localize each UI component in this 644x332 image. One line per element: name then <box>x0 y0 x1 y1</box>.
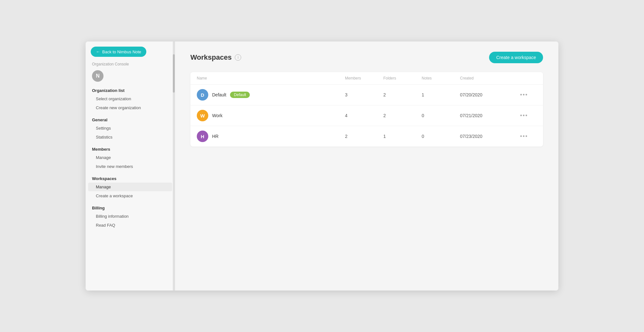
more-options-hr[interactable]: ••• <box>518 132 531 141</box>
folders-count-hr: 1 <box>383 134 422 139</box>
nav-section-general: General Settings Statistics <box>86 115 175 142</box>
main-header: Workspaces i Create a workspace <box>190 52 543 63</box>
sidebar-item-invite-members[interactable]: Invite new members <box>88 162 172 171</box>
actions-default: ••• <box>518 90 537 100</box>
actions-hr: ••• <box>518 132 537 141</box>
info-icon[interactable]: i <box>235 54 241 61</box>
sidebar-item-create-workspace[interactable]: Create a workspace <box>88 192 172 200</box>
sidebar-item-manage-members[interactable]: Manage <box>88 153 172 162</box>
nav-section-billing: Billing Billing information Read FAQ <box>86 203 175 230</box>
more-options-work[interactable]: ••• <box>518 111 531 120</box>
actions-work: ••• <box>518 111 537 120</box>
created-date-hr: 07/23/2020 <box>460 134 518 139</box>
nav-section-title-workspaces: Workspaces <box>86 174 175 182</box>
members-count-default: 3 <box>345 92 383 97</box>
sidebar-item-statistics[interactable]: Statistics <box>88 133 172 141</box>
table-row: H HR 2 1 0 07/23/2020 ••• <box>190 126 543 147</box>
sidebar-item-billing-information[interactable]: Billing information <box>88 212 172 221</box>
back-to-nimbus-button[interactable]: ← Back to Nimbus Note <box>91 47 146 57</box>
notes-count-hr: 0 <box>422 134 460 139</box>
org-console-label: Organization Console <box>86 57 175 69</box>
back-arrow-icon: ← <box>96 49 100 54</box>
workspace-name-cell: W Work <box>197 110 345 121</box>
members-count-work: 4 <box>345 113 383 118</box>
notes-count-default: 1 <box>422 92 460 97</box>
main-content: Workspaces i Create a workspace Name Mem… <box>175 42 558 290</box>
notes-count-work: 0 <box>422 113 460 118</box>
nav-section-title-organization: Organization list <box>86 86 175 94</box>
scrollbar-thumb <box>173 54 175 93</box>
workspace-avatar-hr: H <box>197 131 208 142</box>
col-header-folders: Folders <box>383 76 422 80</box>
workspace-avatar-default: D <box>197 89 208 101</box>
page-title: Workspaces <box>190 53 232 62</box>
default-badge: Default <box>230 92 250 98</box>
workspace-avatar-work: W <box>197 110 208 121</box>
workspace-name-cell: H HR <box>197 131 345 142</box>
workspaces-table: Name Members Folders Notes Created D Def… <box>190 72 543 147</box>
user-avatar: N <box>92 70 103 82</box>
col-header-created: Created <box>460 76 518 80</box>
sidebar-item-settings[interactable]: Settings <box>88 124 172 132</box>
created-date-default: 07/20/2020 <box>460 92 518 97</box>
sidebar-scrollbar[interactable] <box>173 42 175 290</box>
sidebar-item-select-organization[interactable]: Select organization <box>88 94 172 103</box>
sidebar-item-manage-workspaces[interactable]: Manage <box>88 183 172 191</box>
members-count-hr: 2 <box>345 134 383 139</box>
nav-section-organization: Organization list Select organization Cr… <box>86 86 175 112</box>
workspace-name-default: Default <box>212 92 226 97</box>
created-date-work: 07/21/2020 <box>460 113 518 118</box>
folders-count-default: 2 <box>383 92 422 97</box>
nav-section-title-members: Members <box>86 144 175 153</box>
nav-section-workspaces: Workspaces Manage Create a workspace <box>86 174 175 200</box>
col-header-actions <box>518 76 537 80</box>
nav-section-title-billing: Billing <box>86 203 175 212</box>
app-window: ← Back to Nimbus Note Organization Conso… <box>86 42 558 290</box>
col-header-name: Name <box>197 76 345 80</box>
workspace-name-work: Work <box>212 113 222 118</box>
page-title-row: Workspaces i <box>190 53 241 62</box>
sidebar-item-create-new-organization[interactable]: Create new organization <box>88 103 172 112</box>
sidebar-item-read-faq[interactable]: Read FAQ <box>88 221 172 230</box>
nav-section-title-general: General <box>86 115 175 124</box>
workspace-name-cell: D Default Default <box>197 89 345 101</box>
more-options-default[interactable]: ••• <box>518 90 531 100</box>
nav-section-members: Members Manage Invite new members <box>86 144 175 171</box>
create-workspace-button[interactable]: Create a workspace <box>489 52 543 63</box>
back-button-label: Back to Nimbus Note <box>102 49 141 54</box>
col-header-members: Members <box>345 76 383 80</box>
table-row: D Default Default 3 2 1 07/20/2020 ••• <box>190 85 543 105</box>
workspace-name-hr: HR <box>212 134 218 139</box>
col-header-notes: Notes <box>422 76 460 80</box>
folders-count-work: 2 <box>383 113 422 118</box>
table-header: Name Members Folders Notes Created <box>190 72 543 85</box>
sidebar: ← Back to Nimbus Note Organization Conso… <box>86 42 175 290</box>
table-row: W Work 4 2 0 07/21/2020 ••• <box>190 105 543 126</box>
